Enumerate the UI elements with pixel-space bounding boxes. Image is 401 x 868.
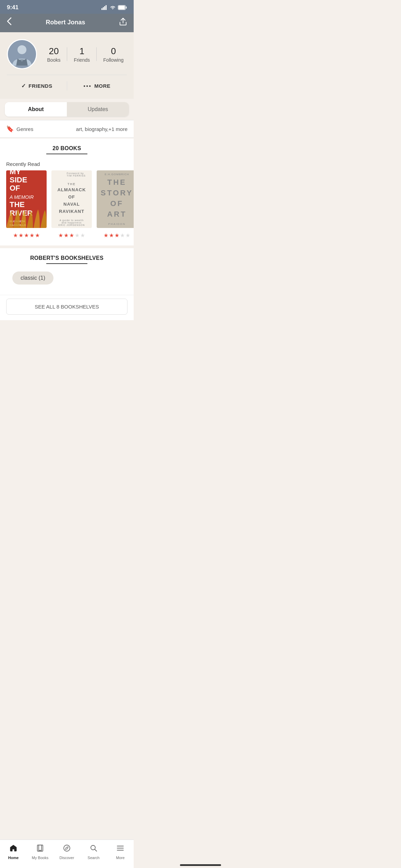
shelf-tag-classic[interactable]: classic (1) bbox=[12, 272, 53, 285]
svg-rect-5 bbox=[126, 7, 127, 9]
stat-books[interactable]: 20 Books bbox=[47, 46, 61, 63]
book-item-2[interactable]: Foreword byTIM FERRISS THEALMANACKOFNAVA… bbox=[51, 170, 92, 239]
signal-icon bbox=[101, 5, 108, 10]
nav-bar: Robert Jonas bbox=[0, 14, 134, 32]
tab-updates[interactable]: Updates bbox=[67, 102, 129, 117]
status-icons bbox=[101, 5, 127, 10]
profile-top: 20 Books 1 Friends 0 Following bbox=[7, 39, 127, 69]
shelves-container: classic (1) bbox=[0, 266, 134, 288]
genres-label: Genres bbox=[16, 126, 33, 132]
friends-button[interactable]: ✓ FRIENDS bbox=[7, 79, 67, 93]
svg-rect-6 bbox=[119, 6, 125, 10]
tab-about[interactable]: About bbox=[5, 102, 67, 117]
bookshelves-section: ROBERT'S BOOKSHELVES classic (1) bbox=[0, 248, 134, 295]
books-section-title: 20 BOOKS bbox=[0, 138, 134, 156]
avatar bbox=[7, 39, 37, 69]
books-label: Books bbox=[47, 57, 61, 63]
share-button[interactable] bbox=[119, 17, 127, 27]
svg-rect-3 bbox=[106, 5, 107, 10]
see-all-bookshelves-button[interactable]: SEE ALL 8 BOOKSHELVES bbox=[6, 299, 127, 315]
books-scroll: MYSIDEOFA MemoirTHERIVER ELIZABETHCAMARI… bbox=[0, 170, 134, 239]
more-button-label: MORE bbox=[94, 83, 110, 89]
nav-title: Robert Jonas bbox=[46, 19, 85, 26]
stat-divider-2 bbox=[96, 47, 97, 61]
book-cover-1: MYSIDEOFA MemoirTHERIVER ELIZABETHCAMARI… bbox=[6, 170, 47, 228]
svg-rect-0 bbox=[101, 8, 102, 10]
books-count: 20 bbox=[49, 46, 59, 57]
see-all-section: SEE ALL 8 BOOKSHELVES bbox=[0, 295, 134, 320]
svg-rect-2 bbox=[104, 6, 105, 10]
following-label: Following bbox=[103, 57, 123, 63]
battery-icon bbox=[118, 5, 127, 10]
dots-icon: ●●● bbox=[83, 84, 92, 88]
following-count: 0 bbox=[111, 46, 116, 57]
genres-row[interactable]: 🔖 Genres art, biography,+1 more bbox=[0, 120, 134, 138]
action-buttons: ✓ FRIENDS ●●● MORE bbox=[7, 75, 127, 93]
stat-divider-1 bbox=[67, 47, 67, 61]
profile-section: 20 Books 1 Friends 0 Following ✓ FRIENDS… bbox=[0, 32, 134, 99]
friends-button-label: FRIENDS bbox=[28, 83, 52, 89]
stats-section: 20 Books 1 Friends 0 Following bbox=[44, 46, 127, 63]
genres-value: art, biography,+1 more bbox=[76, 126, 127, 132]
stat-friends[interactable]: 1 Friends bbox=[74, 46, 90, 63]
genres-left: 🔖 Genres bbox=[6, 125, 33, 133]
friends-count: 1 bbox=[80, 46, 84, 57]
book-stars-2: ★ ★ ★ ★ ★ bbox=[58, 232, 85, 239]
back-button[interactable] bbox=[7, 17, 12, 27]
check-icon: ✓ bbox=[21, 83, 26, 89]
more-button[interactable]: ●●● MORE bbox=[67, 79, 127, 93]
bookmark-icon: 🔖 bbox=[6, 125, 14, 133]
book-stars-3: ★ ★ ★ ★ ★ bbox=[104, 232, 130, 239]
bookshelves-title: ROBERT'S BOOKSHELVES bbox=[0, 248, 134, 266]
wifi-icon bbox=[110, 5, 116, 10]
book-cover-2: Foreword byTIM FERRISS THEALMANACKOFNAVA… bbox=[51, 170, 92, 228]
svg-point-8 bbox=[17, 45, 26, 54]
svg-rect-1 bbox=[103, 7, 104, 10]
book-cover-3: E.H.GOMBRICH THESTORYOFART PHAIDON bbox=[97, 170, 134, 228]
book-item-1[interactable]: MYSIDEOFA MemoirTHERIVER ELIZABETHCAMARI… bbox=[6, 170, 47, 239]
book-stars-1: ★ ★ ★ ★ ★ bbox=[13, 232, 40, 239]
stat-following[interactable]: 0 Following bbox=[103, 46, 123, 63]
status-bar: 9:41 bbox=[0, 0, 134, 14]
book-item-3[interactable]: E.H.GOMBRICH THESTORYOFART PHAIDON ★ ★ ★… bbox=[97, 170, 134, 239]
recently-read-label: Recently Read bbox=[0, 156, 134, 170]
tab-bar: About Updates bbox=[5, 102, 129, 117]
avatar-image bbox=[8, 39, 36, 69]
status-time: 9:41 bbox=[7, 4, 19, 11]
books-section: 20 BOOKS Recently Read MYSIDEOFA MemoirT… bbox=[0, 138, 134, 245]
friends-label: Friends bbox=[74, 57, 90, 63]
